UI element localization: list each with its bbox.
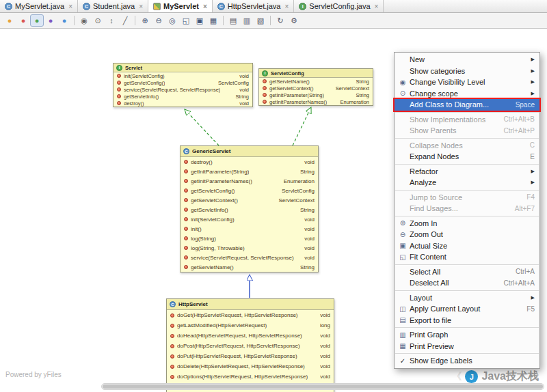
class-node-genericservlet[interactable]: CGenericServletdestroy()voidgetInitParam… (180, 145, 319, 272)
menu-item-print-graph[interactable]: ▥Print Graph (395, 329, 539, 341)
show-constructors-icon[interactable]: ● (16, 14, 30, 27)
class-node-servlet[interactable]: IServletinit(ServletConfig)voidgetServle… (113, 63, 253, 107)
method-row[interactable]: getServletName()String (259, 78, 373, 85)
print-icon[interactable]: ▥ (240, 14, 254, 27)
method-row[interactable]: getServletInfo()String (114, 93, 252, 100)
method-row[interactable]: destroy()void (181, 157, 318, 167)
method-row[interactable]: doPost(HttpServletRequest, HttpServletRe… (167, 341, 334, 351)
menu-item-zoom-out[interactable]: ⊖Zoom Out (395, 229, 539, 240)
menu-item-change-visibility-level[interactable]: ◉Change Visibility Level▶ (395, 76, 539, 88)
method-row[interactable]: destroy()void (114, 100, 252, 107)
method-row[interactable]: doGet(HttpServletRequest, HttpServletRes… (167, 310, 334, 320)
menu-item-add-class-to-diagram[interactable]: Add Class to Diagram...Space (395, 99, 539, 111)
method-row[interactable]: doPut(HttpServletRequest, HttpServletRes… (167, 351, 334, 361)
menu-shortcut: Ctrl+Alt+B (496, 115, 535, 123)
method-icon (117, 87, 121, 92)
show-fields-icon[interactable]: ● (3, 14, 16, 27)
grid-icon[interactable]: ▦ (206, 14, 220, 27)
diagram-canvas[interactable]: Powered by yFiles 《 J Java技术栈 New▶Show c… (0, 29, 547, 392)
menu-shortcut: C (523, 141, 535, 149)
menu-item-export-to-file[interactable]: ▤Export to file (395, 315, 539, 326)
method-return-type: void (235, 87, 249, 93)
menu-item-print-preview[interactable]: ▦Print Preview (395, 341, 539, 352)
method-row[interactable]: getInitParameter(String)String (181, 167, 318, 176)
menu-item-select-all[interactable]: Select AllCtrl+A (395, 266, 539, 278)
method-row[interactable]: getServletConfig()ServletConfig (114, 79, 252, 86)
horizontal-scrollbar[interactable] (101, 383, 544, 390)
tab-close-icon[interactable]: × (68, 3, 72, 10)
method-row[interactable]: doDelete(HttpServletRequest, HttpServlet… (167, 361, 334, 372)
refresh-icon[interactable]: ↻ (274, 14, 287, 27)
tab-close-icon[interactable]: × (203, 3, 207, 10)
tab-close-icon[interactable]: × (284, 3, 289, 10)
class-node-httpservlet[interactable]: CHttpServletdoGet(HttpServletRequest, Ht… (166, 298, 334, 392)
tab-close-icon[interactable]: × (139, 3, 143, 10)
method-row[interactable]: service(ServletRequest, ServletResponse)… (181, 253, 318, 262)
menu-item-label: Show categories (410, 67, 465, 75)
method-row[interactable]: getServletContext()ServletContext (181, 195, 318, 205)
menu-item-actual-size[interactable]: ▣Actual Size (395, 240, 539, 252)
tab-servletconfig-java[interactable]: IServletConfig.java× (294, 0, 384, 12)
menu-item-show-categories[interactable]: Show categories▶ (395, 66, 539, 77)
method-icon (184, 169, 188, 173)
menu-item-analyze[interactable]: Analyze▶ (395, 177, 539, 188)
method-row[interactable]: init(ServletConfig)void (181, 214, 318, 224)
edge-creation-icon[interactable]: ╱ (118, 14, 132, 27)
method-signature: doOptions(HttpServletRequest, HttpServle… (177, 374, 308, 380)
menu-item-apply-current-layout[interactable]: ◫Apply Current LayoutF5 (395, 303, 539, 315)
tab-myservlet[interactable]: MyServlet× (148, 0, 213, 12)
zoom-in-icon[interactable]: ⊕ (138, 14, 152, 27)
method-signature: service(ServletRequest, ServletResponse) (124, 87, 220, 93)
menu-item-label: Refactor (410, 167, 438, 176)
method-icon (184, 217, 188, 221)
method-signature: getServletName() (269, 79, 310, 85)
method-row[interactable]: getInitParameterNames()Enumeration (181, 176, 318, 186)
method-row[interactable]: getInitParameterNames()Enumeration (259, 98, 373, 105)
class-node-servletconfig[interactable]: IServletConfiggetServletName()StringgetS… (258, 68, 373, 106)
method-icon (117, 74, 121, 78)
method-row[interactable]: log(String)void (181, 234, 318, 243)
method-row[interactable]: getInitParameter(String)String (259, 92, 373, 98)
method-row[interactable]: getServletInfo()String (181, 205, 318, 214)
method-row[interactable]: log(String, Throwable)void (181, 243, 318, 253)
zoom-out-icon[interactable]: ⊖ (152, 14, 165, 27)
method-row[interactable]: doOptions(HttpServletRequest, HttpServle… (167, 372, 334, 382)
show-properties-icon[interactable]: ● (44, 14, 57, 27)
save-icon[interactable]: ▧ (254, 14, 267, 27)
method-row[interactable]: doHead(HttpServletRequest, HttpServletRe… (167, 331, 334, 341)
menu-item-change-scope[interactable]: ⊙Change scope▶ (395, 88, 539, 100)
scrollbar-thumb[interactable] (103, 384, 543, 389)
tab-myservlet-java[interactable]: CMyServlet.java× (0, 0, 78, 12)
menu-item-deselect-all[interactable]: Deselect AllCtrl+Alt+A (395, 277, 539, 289)
reset-zoom-icon[interactable]: ◎ (165, 14, 179, 27)
export-icon[interactable]: ▤ (226, 14, 240, 27)
fit-content-icon[interactable]: ◱ (179, 14, 193, 27)
tab-student-java[interactable]: CStudent.java× (78, 0, 148, 12)
menu-item-new[interactable]: New▶ (395, 54, 539, 66)
interface-icon: I (116, 65, 122, 71)
show-inner-classes-icon[interactable]: ● (57, 14, 71, 27)
method-row[interactable]: getLastModified(HttpServletRequest)long (167, 320, 334, 331)
method-row[interactable]: getServletContext()ServletContext (259, 85, 373, 92)
method-row[interactable]: service(ServletRequest, ServletResponse)… (114, 86, 252, 93)
menu-item-fit-content[interactable]: ◱Fit Content (395, 251, 539, 263)
class-header: CGenericServlet (181, 146, 318, 157)
method-row[interactable]: init(ServletConfig)void (114, 72, 252, 79)
menu-item-expand-nodes[interactable]: Expand NodesE (395, 151, 539, 163)
method-row[interactable]: init()void (181, 224, 318, 234)
method-return-type: Enumeration (280, 178, 315, 184)
menu-item-zoom-in[interactable]: ⊕Zoom In (395, 218, 539, 229)
tab-close-icon[interactable]: × (375, 3, 379, 10)
show-dependencies-icon[interactable]: ↕ (105, 14, 118, 27)
menu-item-refactor[interactable]: Refactor▶ (395, 166, 539, 178)
change-scope-icon[interactable]: ⊙ (91, 14, 105, 27)
settings-icon[interactable]: ⚙ (287, 14, 301, 27)
method-row[interactable]: getServletName()String (181, 262, 318, 272)
actual-size-icon[interactable]: ▣ (193, 14, 206, 27)
menu-item-show-edge-labels[interactable]: ✓Show Edge Labels (395, 355, 539, 367)
change-visibility-icon[interactable]: ◉ (77, 14, 91, 27)
method-row[interactable]: getServletConfig()ServletConfig (181, 186, 318, 195)
tab-httpservlet-java[interactable]: CHttpServlet.java× (213, 0, 295, 12)
menu-item-layout[interactable]: Layout▶ (395, 292, 539, 304)
show-methods-icon[interactable]: ● (30, 14, 44, 27)
